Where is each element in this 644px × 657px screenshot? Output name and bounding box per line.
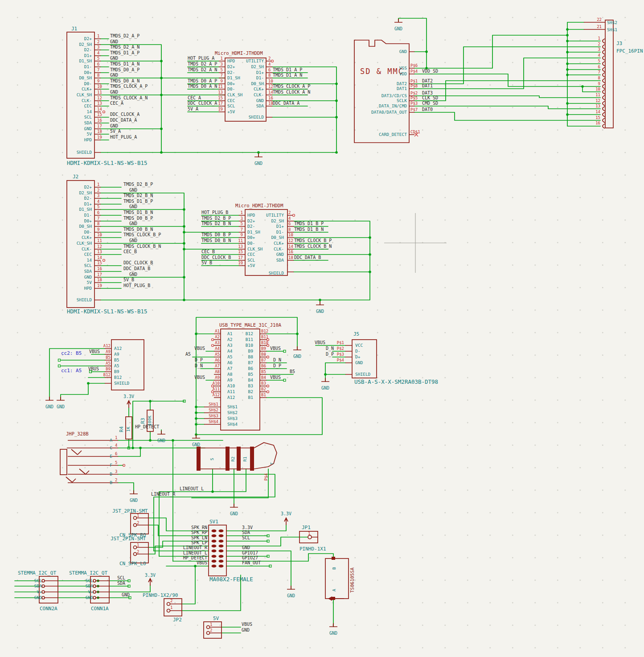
usb-c-stub-labels: A12A9B5A5B9B12SHIELDA12A9B5A5B9B12cc2: B…	[61, 344, 130, 386]
usb-type-c-text-11: A11	[227, 389, 235, 394]
micro-hdmi-b-text-27: 13	[238, 244, 243, 249]
j1-hdmi-a-text-0: J1	[71, 26, 77, 32]
ground-symbols-text-1: GND	[394, 26, 402, 31]
j2-hdmi-b-text-30: 9	[97, 227, 99, 232]
j2-hdmi-b-text-38: 17	[97, 272, 102, 277]
usb-type-c-text-36: A8	[215, 370, 220, 374]
j5-usb-a-text-10: P$4	[337, 358, 344, 362]
j1-hdmi-a-text-30: 9	[97, 79, 99, 83]
micro-hdmi-b-text-11: UTILITY	[266, 213, 284, 218]
micro-hdmi-a-text-1: HPD	[227, 58, 235, 63]
stemma-connectors-text-3: CONN1A	[91, 606, 109, 612]
conn-5v-body[interactable]	[204, 622, 222, 638]
j2-hdmi-b-text-40: 19	[97, 283, 102, 288]
speaker-connectors-text-5: 2	[137, 521, 139, 525]
jhp-headphone-jack-text-7: 1	[115, 435, 117, 440]
j3-fpc-text-3: SH$1	[607, 27, 617, 32]
micro-hdmi-a-text-31: 2	[268, 56, 271, 61]
sd-mmc-text-12: P$4	[410, 69, 418, 74]
micro-hdmi-b-text-1: HPD	[247, 213, 255, 218]
sv1-body[interactable]	[209, 525, 226, 576]
jhp-headphone-jack-text-2: C	[110, 445, 112, 450]
jhp-body[interactable]	[60, 449, 67, 475]
ts-switch-details	[328, 557, 344, 601]
sv1-header-text-15: GPIO27	[242, 555, 258, 560]
usb-type-c-text-46: B11	[261, 335, 268, 339]
sd-mmc-body[interactable]	[354, 40, 409, 143]
micro-hdmi-b-text-34: 8	[288, 227, 291, 232]
j5-usb-a-text-11: VBUS	[315, 340, 325, 345]
sd-mmc-text-0: SD & MMC	[360, 67, 404, 76]
micro-hdmi-b-text-17: CLK-	[274, 246, 284, 251]
pullup-resistors-text-5: HP_DETECT	[135, 424, 159, 430]
cn-spk-lo-body[interactable]	[131, 542, 148, 563]
micro-hdmi-a-text-7: CLK_SH	[227, 92, 243, 97]
micro-hdmi-b-text-45: CEC_B	[201, 249, 215, 255]
trs-plug-labels: SR2R1TP$4	[209, 456, 275, 480]
j1-hdmi-a-text-55: DDC_DATA_A	[110, 118, 137, 123]
j2-hdmi-b-text-51: GND	[129, 238, 137, 243]
trs-plug-graphic[interactable]	[197, 443, 277, 471]
jp2-text-3: 1	[170, 605, 172, 610]
micro-hdmi-b-text-29: 17	[238, 255, 243, 260]
usb-type-c-text-4: A4	[227, 349, 233, 353]
j3-fpc-text-11: 6	[598, 65, 600, 69]
jhp-headphone-jack-text-8: 4	[115, 443, 117, 448]
usb-c-stub-text-5: B12	[114, 375, 122, 380]
jp2-text-0: PINHD-1X2/90	[143, 592, 178, 598]
usb-type-c-text-66: VBUS	[270, 375, 281, 380]
ts-switch-body[interactable]	[325, 558, 349, 599]
jhp-headphone-jack-text-14: LINEOUT_L	[180, 486, 204, 492]
j1-hdmi-a-labels: J1HDMI-KDMIX-SL1-NS-WS-B15D2+D2_SHD2-D1+…	[67, 26, 148, 166]
cn-spk-ro-body[interactable]	[131, 513, 148, 534]
j1-hdmi-a-text-57: 5V_A	[110, 129, 121, 134]
j3-fpc-text-15: 10	[595, 87, 600, 91]
micro-hdmi-a-text-27: 13	[218, 90, 223, 94]
usb-c-stub-text-12: B12	[103, 373, 111, 377]
j3-fpc-text-1: FPC_16PIN	[616, 48, 643, 54]
usb-c-stub-text-9: B5	[106, 355, 111, 360]
j3-body[interactable]	[605, 20, 613, 128]
usb-type-c-text-15: SH$3	[227, 416, 238, 421]
j2-hdmi-b-text-18: GND	[84, 275, 92, 279]
usb-c-body[interactable]	[221, 329, 260, 430]
micro-hdmi-a-text-28: 15	[218, 96, 223, 100]
jhp-headphone-jack-text-3: E	[110, 454, 112, 459]
speaker-connectors-text-6: 1	[137, 543, 139, 547]
j1-hdmi-a-text-6: D1_SH	[79, 58, 92, 63]
j1-hdmi-a-text-41: TMDS_D2_A_P	[110, 33, 139, 39]
j2-hdmi-b-text-25: 4	[97, 199, 99, 204]
micro-hdmi-a-text-18: GND	[256, 98, 264, 103]
stemma-connectors-text-2: CONN2A	[40, 606, 57, 612]
micro-hdmi-b-text-14: D1-	[276, 230, 284, 234]
usb-type-c-text-33: A5	[215, 352, 220, 357]
j2-hdmi-b-text-32: 11	[97, 238, 102, 243]
micro-hdmi-b-text-51: TMDS_CLOCK_B_N	[294, 244, 332, 249]
jhp-headphone-jack-text-10: 5	[115, 460, 117, 465]
micro-hdmi-a-text-51: TMDS_CLOCK_A_N	[273, 90, 310, 95]
micro-hdmi-a-text-17: CLK-	[254, 92, 264, 97]
micro-hdmi-a-text-10: +5V	[227, 109, 235, 114]
usb-type-c-text-16: SH$4	[227, 422, 238, 427]
usb-type-c-text-52: B5	[261, 370, 266, 374]
sd-mmc-text-8: DATA_IN/CMD	[379, 103, 407, 108]
j1-hdmi-a-text-1: HDMI-KDMIX-SL1-NS-WS-B15	[67, 160, 148, 166]
usb-type-c-text-55: B2	[261, 387, 266, 391]
micro-hdmi-b-text-49: TMDS_D1_B_N	[294, 227, 324, 232]
j1-hdmi-a-text-20: HPD	[84, 137, 92, 142]
micro-hdmi-b-text-2: D2+	[247, 218, 255, 223]
cursor-crosshair	[384, 213, 447, 273]
jp2-body[interactable]	[164, 599, 182, 616]
j1-hdmi-a-text-15: 14	[87, 109, 92, 114]
usb-c-stub-text-8: A9	[106, 349, 111, 354]
usb-type-c-text-0: USB_TYPE_MALE_31C_J10A	[219, 322, 282, 328]
micro-hdmi-b-text-42: TMDS_D2_B_N	[201, 221, 231, 226]
j5-usb-a-text-4: D+	[355, 354, 361, 359]
j1-hdmi-a-text-16: SCL	[84, 115, 92, 119]
sv1-header-text-6: LINEOUT_R	[183, 545, 208, 550]
schematic-canvas[interactable]: J1HDMI-KDMIX-SL1-NS-WS-B15D2+D2_SHD2-D1+…	[0, 0, 644, 657]
j2-hdmi-b-text-26: 5	[97, 205, 99, 209]
sd-mmc-text-7: SCLK	[397, 98, 407, 103]
stemma-connectors-text-5: SDA	[34, 583, 42, 588]
j2-hdmi-b-text-27: 6	[97, 210, 99, 215]
